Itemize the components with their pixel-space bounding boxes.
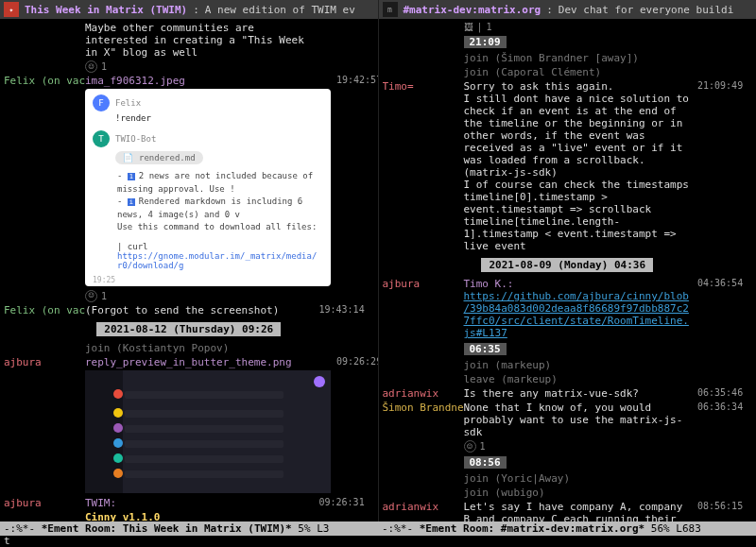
buffer-name: *Ement Room: This Week in Matrix (TWIM)*	[42, 522, 292, 535]
hyperlink[interactable]: https://github.com/ajbura/cinny/blob/39b…	[464, 290, 689, 339]
embed-curl: | curl https://gnome.modular.im/_matrix/…	[85, 240, 331, 278]
sender[interactable]: Felix (on vaca	[4, 304, 85, 316]
message-body: Timo K.: https://github.com/ajbura/cinny…	[464, 278, 698, 339]
reaction-row[interactable]: ☺1	[464, 440, 698, 453]
avatar-dot-icon: T	[93, 130, 110, 147]
right-scrollback[interactable]: 🖼|1 21:09 join (Šimon Brandner [away]) j…	[379, 19, 757, 521]
timestamp: 09:26:31	[319, 497, 374, 507]
message-body: Sorry to ask this again. I still dont ha…	[464, 80, 698, 252]
time-chip: 21:09	[464, 36, 507, 48]
minibuffer[interactable]: t	[0, 536, 756, 547]
timestamp: 19:43:14	[319, 304, 374, 315]
message-body: TWIM:	[85, 497, 116, 509]
embed-line: - 12 news are not included because of mi…	[117, 170, 321, 196]
join-event: join (wubigo)	[464, 487, 698, 499]
sender[interactable]: adrianwix	[383, 501, 464, 513]
timestamp: 19:42:57	[336, 75, 378, 85]
room-topic: Dev chat for everyone buildi	[558, 4, 733, 16]
file-pill[interactable]: rendered.md	[115, 151, 203, 164]
reaction-row[interactable]: ☺ 1	[85, 290, 319, 302]
join-event: join (markeup)	[464, 359, 698, 371]
date-separator: 2021-08-12 (Thursday) 09:26	[0, 323, 378, 335]
buffer-name: *Ement Room: #matrix-dev:matrix.org*	[420, 522, 644, 535]
reaction-row[interactable]: ☺ 1	[85, 60, 319, 73]
timestamp: 04:36:54	[697, 278, 752, 288]
image-embed[interactable]	[85, 370, 331, 493]
attachment-name[interactable]: reply_preview_in_butter_theme.png	[85, 356, 292, 368]
embed-line: - iRendered markdown is including 6 news…	[117, 196, 321, 221]
reaction-count: 1	[101, 291, 107, 301]
room-avatar-icon: m	[383, 2, 398, 17]
room-name[interactable]: #matrix-dev:matrix.org	[404, 4, 541, 16]
leave-event: leave (markeup)	[464, 373, 698, 385]
left-header: ✦ This Week in Matrix (TWIM): A new edit…	[0, 0, 378, 19]
sender[interactable]: ajbura	[4, 356, 85, 368]
room-avatar-icon: ✦	[4, 2, 19, 17]
join-event: join (Šimon Brandner [away])	[464, 52, 698, 64]
date-separator: 2021-08-09 (Monday) 04:36	[379, 259, 757, 271]
image-embed[interactable]: FFelix !render TTWIO-Bot rendered.md - 1…	[85, 89, 331, 286]
timestamp: 21:09:49	[697, 80, 752, 91]
join-event: join (Kostiantyn Popov)	[85, 342, 319, 354]
timestamp: 06:36:34	[697, 402, 752, 412]
message-body: (Forgot to send the screenshot)	[85, 304, 319, 316]
timestamp: 09:26:29	[336, 356, 378, 367]
face-icon: ☺	[464, 440, 476, 453]
embed-line: Use this command to download all files:	[117, 221, 321, 234]
timestamp: 08:56:15	[697, 501, 752, 511]
reaction-count: 1	[101, 61, 107, 72]
time-chip: 06:35	[464, 343, 507, 355]
reaction-row[interactable]: 🖼|1	[464, 22, 698, 32]
sender[interactable]: ajbura	[383, 278, 464, 290]
face-icon: ☺	[85, 60, 97, 73]
message-body: Is there any matrix-vue-sdk?	[464, 387, 698, 400]
right-pane: m #matrix-dev:matrix.org: Dev chat for e…	[379, 0, 757, 521]
avatar-dot-icon: F	[93, 94, 110, 111]
join-event: join (Caporal Clément)	[464, 66, 698, 78]
heading: Cinny v1.1.0	[85, 511, 160, 522]
embed-command: !render	[85, 113, 331, 125]
left-scrollback[interactable]: Maybe other communities are interested i…	[0, 19, 378, 521]
embed-bot: TWIO-Bot	[115, 134, 156, 144]
room-name[interactable]: This Week in Matrix (TWIM)	[25, 4, 187, 16]
timestamp: 06:35:46	[697, 387, 752, 398]
sender[interactable]: ajbura	[4, 497, 85, 509]
embed-timestamp: 19:25	[93, 276, 331, 284]
sender[interactable]: Šimon Brandner	[383, 402, 464, 414]
time-chip: 08:56	[464, 456, 507, 469]
attachment-name[interactable]: ima_f906312.jpeg	[85, 75, 185, 87]
embed-user: Felix	[115, 98, 141, 108]
room-topic: A new edition of TWIM ev	[205, 4, 355, 16]
message-body: None that I know of, you would probably …	[464, 402, 698, 438]
message-body: Let's say I have company A, company B an…	[464, 501, 698, 521]
left-pane: ✦ This Week in Matrix (TWIM): A new edit…	[0, 0, 379, 521]
sender[interactable]: Timo=	[383, 80, 464, 93]
message-body: Maybe other communities are interested i…	[85, 22, 319, 59]
join-event: join (Yoric|Away)	[464, 472, 698, 485]
face-icon: ☺	[85, 290, 97, 302]
sender[interactable]: Felix (on vaca	[4, 75, 85, 87]
modeline-left[interactable]: -:%*- *Ement Room: This Week in Matrix (…	[0, 521, 378, 536]
right-header: m #matrix-dev:matrix.org: Dev chat for e…	[379, 0, 757, 19]
sender[interactable]: adrianwix	[383, 387, 464, 400]
modeline-right[interactable]: -:%*- *Ement Room: #matrix-dev:matrix.or…	[378, 521, 756, 536]
